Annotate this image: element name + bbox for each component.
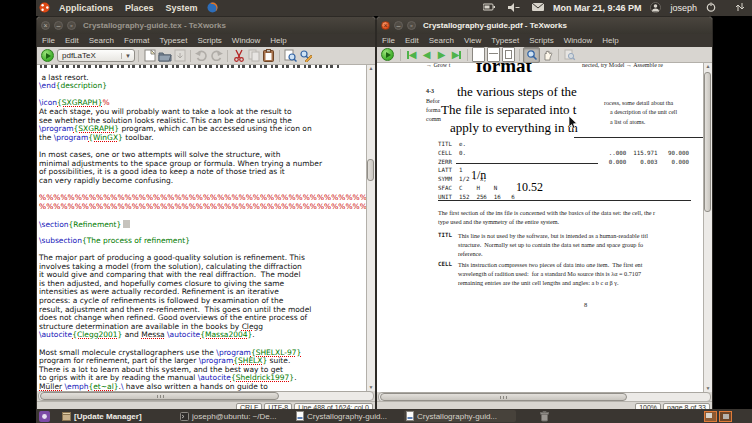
pdf-text: LATT 1 <box>438 167 462 173</box>
pdf-rule <box>438 200 691 201</box>
redo-icon[interactable] <box>209 49 224 63</box>
editor-menu-help[interactable]: Help <box>265 34 291 47</box>
pdf-menu-edit[interactable]: Edit <box>400 34 424 47</box>
texworks-editor-window: × – ▫ Crystallography-guide.tex - TeXwor… <box>36 16 376 409</box>
open-file-icon[interactable] <box>157 49 172 63</box>
editor-menu-search[interactable]: Search <box>84 34 119 47</box>
pdf-rule <box>456 163 598 164</box>
user-menu[interactable]: joseph <box>670 3 697 13</box>
pdf-text: SFAC C H N <box>438 185 497 191</box>
minimize-button[interactable]: – <box>54 21 63 30</box>
pdf-text: This instruction compresses two pieces o… <box>458 261 642 268</box>
mouse-cursor <box>569 115 578 133</box>
pdf-text: reference. <box>458 250 483 257</box>
workspace-2-icon[interactable] <box>719 411 732 422</box>
editor-menu-scripts[interactable]: Scripts <box>192 34 226 47</box>
pdf-text: This line is not used by the software, b… <box>458 232 648 239</box>
scroll-up-icon[interactable]: ▲ <box>367 65 375 72</box>
maximize-button[interactable]: ▫ <box>407 21 416 30</box>
paste-icon[interactable] <box>261 49 276 63</box>
editor-menu-format[interactable]: Format <box>119 34 154 47</box>
source-editor[interactable]: a last resort.\end{description}\icon{SXG… <box>37 65 368 391</box>
pdf-menu-help[interactable]: Help <box>597 34 623 47</box>
pdf-rule <box>574 137 704 138</box>
fit-window-icon[interactable] <box>501 48 516 62</box>
editor-menu-typeset[interactable]: Typeset <box>154 34 192 47</box>
undo-icon[interactable] <box>194 49 209 63</box>
taskbar-item-terminal[interactable]: joseph@ubuntu: ~/De... <box>178 410 294 422</box>
close-button[interactable]: × <box>381 21 390 30</box>
last-page-icon[interactable]: ▶ <box>449 48 464 62</box>
pdf-text: rocess, some detail about tha <box>604 100 673 106</box>
battery-icon[interactable] <box>483 3 496 13</box>
pdf-titlebar[interactable]: × – ▫ Crystallography-guide.pdf - TeXwor… <box>377 17 712 34</box>
editor-menu-edit[interactable]: Edit <box>60 34 84 47</box>
editor-titlebar[interactable]: × – ▫ Crystallography-guide.tex - TeXwor… <box>37 17 375 34</box>
editor-line: \autocite{Clegg2001} and Messa \autocite… <box>37 331 368 340</box>
search-icon[interactable] <box>562 48 577 62</box>
terminal-icon <box>180 412 189 421</box>
cut-icon[interactable] <box>231 49 246 63</box>
menu-applications[interactable]: Applications <box>53 3 119 13</box>
find-replace-icon[interactable] <box>298 49 313 63</box>
pdf-vertical-scrollbar[interactable]: ▲ ▼ <box>703 63 712 392</box>
editor-horizontal-scrollbar[interactable] <box>37 391 375 401</box>
pdf-page-view[interactable]: → Grow tnected, try Model → Assemble re4… <box>377 63 706 392</box>
pdf-menu-view[interactable]: View <box>459 34 486 47</box>
texworks-doc-icon <box>296 411 304 421</box>
pdf-text: The first section of the ins file is con… <box>438 209 655 216</box>
first-page-icon[interactable]: ◀ <box>404 48 419 62</box>
hand-tool-icon[interactable] <box>540 48 555 62</box>
menu-places[interactable]: Places <box>119 3 160 13</box>
user-avatar-icon[interactable] <box>650 2 661 15</box>
copy-icon[interactable] <box>246 49 261 63</box>
taskbar-item-update-manager[interactable]: [Update Manager] <box>60 410 176 422</box>
taskbar-item-crystallography-pdf[interactable]: Crystallography-guid... <box>404 410 516 422</box>
scroll-down-icon[interactable]: ▼ <box>704 385 712 392</box>
fit-width-icon[interactable] <box>486 48 501 62</box>
pdf-menu-scripts[interactable]: Scripts <box>524 34 558 47</box>
minimize-button[interactable]: – <box>394 21 403 30</box>
actual-size-icon[interactable] <box>471 48 486 62</box>
volume-icon[interactable] <box>508 3 520 14</box>
pdf-text: the various steps of the <box>457 84 577 100</box>
pdf-menu-window[interactable]: Window <box>559 34 597 47</box>
typeset-button[interactable] <box>41 49 54 62</box>
taskbar-item-crystallography-tex[interactable]: Crystallography-guid... <box>294 410 406 422</box>
workspace-1-icon[interactable] <box>704 411 717 422</box>
previous-page-icon[interactable]: ◀ <box>419 48 434 62</box>
pdf-text: UNIT 152 256 16 6 <box>438 194 515 200</box>
pdf-text: → Grow t <box>426 63 450 68</box>
pdf-text: ZERR <box>438 159 452 165</box>
search-icon[interactable] <box>283 49 298 63</box>
typeset-button[interactable] <box>381 48 394 61</box>
editor-menu-window[interactable]: Window <box>227 34 265 47</box>
pdf-menu-search[interactable]: Search <box>424 34 459 47</box>
pdf-text: 4-3 <box>426 88 434 94</box>
maximize-button[interactable]: ▫ <box>67 21 76 30</box>
software-update-tray-icon[interactable] <box>37 410 52 422</box>
firefox-icon[interactable] <box>207 2 218 15</box>
pdf-menu-file[interactable]: File <box>377 34 400 47</box>
scroll-up-icon[interactable]: ▲ <box>704 63 712 70</box>
clock[interactable]: Mon Mar 21, 9:46 PM <box>553 3 642 13</box>
mail-icon[interactable] <box>532 3 544 13</box>
close-button[interactable]: × <box>41 21 50 30</box>
workspace-switcher[interactable] <box>702 410 734 422</box>
pdf-text: a description of the unit cell <box>610 109 677 115</box>
pdf-horizontal-scrollbar[interactable] <box>377 392 712 401</box>
trash-icon[interactable] <box>538 410 551 422</box>
editor-vertical-scrollbar[interactable]: ▲ ▼ <box>366 65 375 391</box>
editor-menu-file[interactable]: File <box>37 34 60 47</box>
pdf-menu-typeset[interactable]: Typeset <box>486 34 524 47</box>
new-document-icon[interactable] <box>142 49 157 63</box>
save-icon[interactable] <box>172 49 187 63</box>
magnifier-tool-icon[interactable] <box>523 47 540 63</box>
scroll-down-icon[interactable]: ▼ <box>367 384 375 391</box>
menu-system[interactable]: System <box>160 3 204 13</box>
power-icon[interactable] <box>706 2 716 14</box>
network-updown-icon[interactable] <box>735 2 745 14</box>
engine-select[interactable]: pdfLaTeX▼ <box>57 49 135 62</box>
ubuntu-logo-icon[interactable] <box>39 2 50 15</box>
next-page-icon[interactable]: ▶ <box>434 48 449 62</box>
